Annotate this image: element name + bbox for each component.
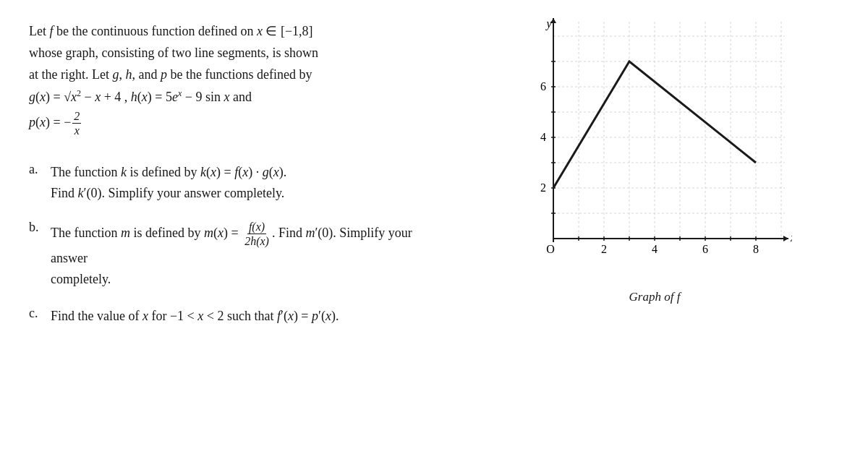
left-panel: Let f be the continuous function defined…: [0, 0, 448, 454]
part-a-line1: The function k is defined by k(x) = f(x)…: [51, 162, 427, 183]
svg-text:O: O: [546, 243, 555, 255]
intro-line5: p(x) = −2x: [29, 109, 427, 137]
graph-svg: O 2 4 6 8 2 4 6 x y: [517, 11, 792, 286]
right-panel: O 2 4 6 8 2 4 6 x y Graph of f: [448, 0, 868, 454]
part-a-line2: Find k′(0). Simplify your answer complet…: [51, 183, 427, 204]
part-c-label: c.: [29, 306, 45, 321]
part-c: c. Find the value of x for −1 < x < 2 su…: [29, 306, 427, 327]
part-c-text: Find the value of x for −1 < x < 2 such …: [51, 306, 427, 327]
intro-line2: whose graph, consisting of two line segm…: [29, 43, 427, 64]
graph-label: Graph of f: [629, 290, 681, 304]
svg-text:2: 2: [540, 181, 546, 194]
svg-text:y: y: [545, 17, 552, 30]
part-a-label: a.: [29, 162, 45, 177]
part-b-line2: completely.: [51, 269, 427, 290]
svg-text:4: 4: [540, 131, 546, 143]
part-b-label: b.: [29, 220, 45, 235]
intro-line1: Let f be the continuous function defined…: [29, 22, 427, 42]
part-a-text: The function k is defined by k(x) = f(x)…: [51, 162, 427, 204]
part-b: b. The function m is defined by m(x) = f…: [29, 220, 427, 290]
part-c-line1: Find the value of x for −1 < x < 2 such …: [51, 306, 427, 327]
part-a: a. The function k is defined by k(x) = f…: [29, 162, 427, 204]
svg-marker-18: [783, 236, 788, 241]
graph-container: O 2 4 6 8 2 4 6 x y: [517, 11, 792, 286]
part-b-text: The function m is defined by m(x) = f(x)…: [51, 220, 427, 290]
intro-text: Let f be the continuous function defined…: [29, 22, 427, 139]
intro-line3: at the right. Let g, h, and p be the fun…: [29, 65, 427, 85]
svg-text:6: 6: [540, 80, 546, 93]
svg-text:4: 4: [652, 243, 658, 255]
intro-line4: g(x) = √x2 − x + 4 , h(x) = 5ex − 9 sin …: [29, 87, 427, 108]
svg-text:6: 6: [702, 243, 708, 255]
svg-text:x: x: [790, 231, 792, 244]
svg-text:8: 8: [753, 243, 759, 255]
part-b-line1: The function m is defined by m(x) = f(x)…: [51, 220, 427, 269]
svg-text:2: 2: [601, 243, 607, 255]
